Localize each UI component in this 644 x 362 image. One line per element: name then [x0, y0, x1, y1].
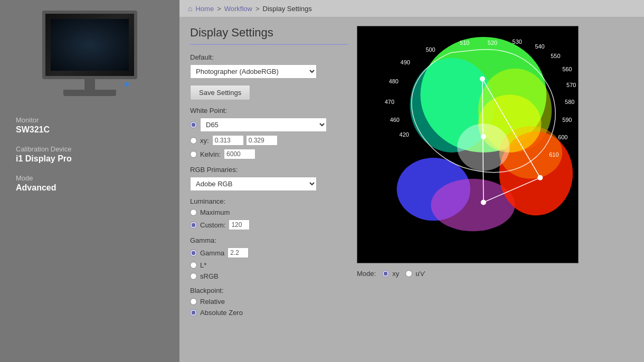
rgb-primaries-field-group: RGB Primaries: Adobe RGB sRGB DCI-P3 Rec…: [190, 166, 348, 191]
luminance-maximum-row: Maximum: [190, 208, 348, 216]
mode-label: Mode: [16, 174, 164, 182]
mode-xy-row: xy: [382, 270, 399, 278]
gamma-lstar-radio[interactable]: [190, 262, 197, 269]
white-point-kelvin-radio[interactable]: [190, 151, 197, 158]
monitor-power-button: [125, 82, 129, 87]
svg-text:610: 610: [549, 151, 558, 158]
monitor-label: Monitor: [16, 116, 164, 124]
monitor-image: [37, 11, 143, 100]
default-field-group: Default: Photographer (AdobeRGB) Photogr…: [190, 53, 348, 79]
home-icon: ⌂: [188, 4, 192, 13]
svg-text:570: 570: [566, 82, 576, 88]
cie-panel: 520 530 540 550 560 570 580 590 600 610 …: [357, 26, 633, 354]
white-point-y-input[interactable]: [246, 135, 278, 146]
xy-inputs: [212, 135, 278, 146]
cie-svg: 520 530 540 550 560 570 580 590 600 610 …: [357, 26, 578, 263]
mode-xy-radio[interactable]: [382, 270, 389, 277]
content-area: Display Settings Default: Photographer (…: [179, 17, 644, 362]
gamma-gamma-label: Gamma: [200, 249, 224, 257]
monitor-value: SW321C: [16, 125, 164, 135]
save-settings-button[interactable]: Save Settings: [190, 85, 250, 100]
monitor-body: [42, 11, 137, 79]
white-point-xy-radio[interactable]: [190, 137, 197, 144]
white-point-xy-row: xy:: [190, 135, 348, 146]
blackpoint-absolute-row: Absolute Zero: [190, 309, 348, 317]
mode-uv-label: u'v': [415, 270, 425, 278]
svg-text:510: 510: [460, 40, 469, 46]
monitor-stand-base: [63, 90, 116, 96]
white-point-kelvin-input[interactable]: [224, 149, 255, 159]
mode-selector: Mode: xy u'v': [357, 268, 633, 280]
svg-text:470: 470: [385, 99, 394, 105]
blackpoint-relative-label: Relative: [200, 298, 225, 306]
breadcrumb-home-link[interactable]: Home: [195, 5, 214, 13]
cie-diagram: 520 530 540 550 560 570 580 590 600 610 …: [357, 26, 579, 263]
calibration-label: Calibration Device: [16, 145, 164, 153]
gamma-gamma-row: Gamma: [190, 247, 348, 258]
gamma-gamma-radio[interactable]: [190, 250, 197, 256]
luminance-custom-radio[interactable]: [190, 222, 197, 228]
breadcrumb-sep1: >: [217, 5, 221, 13]
svg-text:480: 480: [389, 78, 399, 84]
mode-value: Advanced: [16, 183, 164, 193]
cie-mode-label: Mode:: [357, 270, 376, 278]
svg-point-13: [481, 200, 486, 205]
sidebar-info: Monitor SW321C Calibration Device i1 Dis…: [0, 111, 179, 208]
white-point-x-input[interactable]: [212, 135, 244, 146]
svg-text:420: 420: [400, 131, 409, 138]
svg-text:590: 590: [562, 117, 572, 123]
breadcrumb-sep2: >: [255, 5, 260, 13]
luminance-custom-input[interactable]: [229, 220, 250, 230]
svg-text:580: 580: [565, 99, 574, 105]
luminance-custom-label: Custom:: [200, 221, 225, 229]
white-point-xy-label: xy:: [200, 137, 209, 145]
svg-text:560: 560: [562, 66, 572, 72]
settings-panel: Display Settings Default: Photographer (…: [190, 26, 348, 354]
gamma-lstar-label: L*: [200, 261, 206, 269]
white-point-dropdown-radio[interactable]: [190, 121, 197, 128]
white-point-select[interactable]: D65 D50 D55 D60 D75 Custom: [200, 118, 327, 132]
main-content: ⌂ Home > Workflow > Display Settings Dis…: [179, 0, 644, 362]
mode-uv-row: u'v': [405, 270, 425, 278]
white-point-kelvin-label: Kelvin:: [200, 150, 221, 158]
blackpoint-relative-radio[interactable]: [190, 298, 197, 305]
svg-text:600: 600: [558, 134, 567, 140]
rgb-primaries-select[interactable]: Adobe RGB sRGB DCI-P3 Rec.2020 Custom: [190, 177, 317, 191]
breadcrumb-current: Display Settings: [263, 5, 312, 13]
svg-text:490: 490: [401, 59, 410, 65]
luminance-maximum-label: Maximum: [200, 208, 230, 216]
svg-text:460: 460: [390, 117, 400, 123]
svg-point-14: [537, 175, 543, 180]
luminance-label: Luminance:: [190, 197, 348, 205]
gamma-srgb-radio[interactable]: [190, 273, 197, 280]
sidebar: Monitor SW321C Calibration Device i1 Dis…: [0, 0, 179, 362]
mode-uv-radio[interactable]: [405, 270, 412, 277]
svg-text:530: 530: [513, 39, 522, 45]
blackpoint-relative-row: Relative: [190, 298, 348, 306]
monitor-stand-neck: [84, 79, 95, 90]
gamma-srgb-row: sRGB: [190, 272, 348, 280]
monitor-screen: [45, 14, 134, 76]
default-select[interactable]: Photographer (AdobeRGB) Photographer (sR…: [190, 64, 317, 79]
default-label: Default:: [190, 53, 348, 61]
svg-text:520: 520: [488, 40, 497, 46]
luminance-maximum-radio[interactable]: [190, 209, 197, 216]
breadcrumb: ⌂ Home > Workflow > Display Settings: [179, 0, 644, 17]
luminance-custom-row: Custom:: [190, 220, 348, 230]
gamma-srgb-label: sRGB: [200, 272, 219, 280]
white-point-label: White Point:: [190, 107, 348, 115]
gamma-lstar-row: L*: [190, 261, 348, 269]
svg-text:500: 500: [425, 46, 435, 53]
svg-text:550: 550: [551, 53, 560, 59]
white-point-field-group: White Point: D65 D50 D55 D60 D75 Custom …: [190, 107, 348, 159]
white-point-kelvin-row: Kelvin:: [190, 149, 348, 159]
blackpoint-absolute-radio[interactable]: [190, 309, 197, 316]
gamma-value-input[interactable]: [228, 247, 249, 258]
svg-text:540: 540: [535, 43, 544, 50]
svg-point-12: [480, 77, 485, 82]
gamma-label: Gamma:: [190, 236, 348, 244]
breadcrumb-workflow-link[interactable]: Workflow: [224, 5, 252, 13]
page-title: Display Settings: [190, 26, 348, 45]
blackpoint-label: Blackpoint:: [190, 287, 348, 294]
calibration-value: i1 Display Pro: [16, 154, 164, 164]
